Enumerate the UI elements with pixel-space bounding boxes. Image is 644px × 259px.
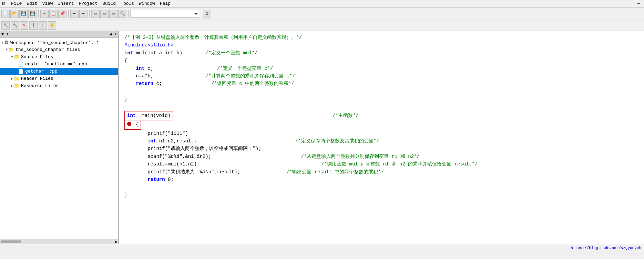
menu-file[interactable]: File <box>9 0 24 7</box>
sidebar-scrollbar[interactable]: ▶ <box>0 239 118 244</box>
file2-item[interactable]: 📄 getchar_.cpp <box>0 68 118 75</box>
scroll-right-btn[interactable]: ▶ <box>115 239 117 244</box>
source-files-label: Source Files <box>21 54 53 60</box>
save-button[interactable]: 💾 <box>19 10 28 18</box>
cut-button[interactable]: ✂ <box>40 10 49 18</box>
debug-btn1[interactable]: 🔧 <box>1 21 10 30</box>
build-btn2[interactable]: ▭ <box>100 10 109 18</box>
separator5 <box>201 10 201 18</box>
indent7 <box>124 80 136 87</box>
blog-url[interactable]: https://blog.csdn.net/szgyunych <box>571 246 641 250</box>
comment-vars: /*定义保存两个整数及其乘积的变量*/ <box>295 137 379 145</box>
code-editor[interactable]: /*【例 2-2】从键盘输入两个整数，计算其乘积（利用用户自定义函数实现）。*/… <box>119 31 644 244</box>
code-line-9b <box>124 103 638 111</box>
separator1 <box>38 10 39 18</box>
menu-help[interactable]: Help <box>158 0 173 7</box>
sidebar-header: ▼ ✗ ◀ ✗ <box>0 31 118 38</box>
paste-button[interactable]: 📌 <box>58 10 67 18</box>
expand-resource-icon: ▶ <box>11 84 13 88</box>
build-btn3[interactable]: ▭ <box>109 10 117 18</box>
workspace-label: Workspace 'the_second_chapter': 1 <box>10 40 99 45</box>
indent5 <box>124 65 136 72</box>
build-btn4[interactable]: 🔍 <box>118 10 126 18</box>
save-all-button[interactable]: 💾 <box>28 10 37 18</box>
expand-workspace-icon: ▼ <box>1 41 3 45</box>
separator4 <box>128 10 129 18</box>
menu-insert[interactable]: Insert <box>56 0 76 7</box>
menu-view[interactable]: View <box>40 0 55 7</box>
source-folder-icon: 📁 <box>14 54 20 60</box>
main-toolbar: 📄 📂 💾 💾 ✂ 📋 📌 ↩ ↪ ▭ ▭ ▭ 🔍 ⚙ <box>0 8 644 20</box>
workspace-item[interactable]: ▼ 🖥 Workspace 'the_second_chapter': 1 <box>0 39 118 46</box>
code-line-4: { <box>124 57 638 64</box>
menu-edit[interactable]: Edit <box>24 0 39 7</box>
separator3 <box>89 10 90 18</box>
code-line-5: int c; /*定义一个整型变量 c*/ <box>124 65 638 72</box>
file2-icon: 📄 <box>18 68 24 74</box>
comment-mul: /*定义一个函数 mul*/ <box>205 49 257 57</box>
debug-btn2[interactable]: 🔨 <box>11 21 19 30</box>
minimize-icon[interactable]: ─ <box>634 1 643 6</box>
undo-button[interactable]: ↩ <box>70 10 79 18</box>
result-mul: result=mul(n1,n2); <box>124 160 321 168</box>
code-line-16: result=mul(n1,n2); /*调用函数 mul 计算整数 n1 和 … <box>124 160 638 168</box>
code-line-11: { <box>124 120 638 129</box>
menu-build[interactable]: Build <box>100 0 118 7</box>
scrollbar-thumb[interactable] <box>1 240 21 243</box>
debug-toolbar: 🔧 🔨 ✕ ❗ ↓ ✋ <box>0 20 644 31</box>
indent13 <box>124 137 147 145</box>
resource-files-label: Resource Files <box>21 83 59 88</box>
scanf-call: scanf("%d%d",&n1,&n2); <box>124 153 301 160</box>
resource-files-item[interactable]: ▶ 📁 Resource Files <box>0 82 118 89</box>
brace-close-main: } <box>124 191 127 199</box>
debug-btn5[interactable]: ↓ <box>39 21 47 30</box>
sidebar-title-text: ▼ ✗ <box>1 32 9 37</box>
header-files-item[interactable]: ▶ 📁 Header Files <box>0 75 118 82</box>
menu-project[interactable]: Project <box>76 0 100 7</box>
debug-btn6[interactable]: ✋ <box>48 21 56 30</box>
breakpoint-dot <box>127 122 131 126</box>
code-line-14: printf("请输入两个整数，以空格或回车间隔："); <box>124 145 638 152</box>
file1-label: custom_function_mul.cpp <box>25 62 87 67</box>
workspace-icon: 🖥 <box>4 40 9 45</box>
copy-button[interactable]: 📋 <box>49 10 58 18</box>
brace-close-mul: } <box>124 95 127 103</box>
menu-tools[interactable]: Tools <box>119 0 136 7</box>
debug-btn3[interactable]: ✕ <box>20 21 28 30</box>
var-c: c; <box>145 65 217 72</box>
config-dropdown[interactable] <box>130 10 199 18</box>
code-line-8 <box>124 88 638 95</box>
code-line-17: printf("乘积结果为：%d\n",result); /*输出变量 resu… <box>124 168 638 176</box>
printf-1111: printf("1111") <box>124 130 188 137</box>
open-button[interactable]: 📂 <box>10 10 19 18</box>
comment-calc: /*计算两个整数的乘积并保存到变量 c*/ <box>205 72 295 80</box>
extra-btn[interactable]: ⚙ <box>203 10 211 18</box>
debug-btn4[interactable]: ❗ <box>29 21 38 30</box>
main-spaces <box>173 112 333 119</box>
comment-c: /*定义一个整型变量 c*/ <box>217 65 273 72</box>
code-content: /*【例 2-2】从键盘输入两个整数，计算其乘积（利用用户自定义函数实现）。*/… <box>124 34 638 199</box>
comment-line1: /*【例 2-2】从键盘输入两个整数，计算其乘积（利用用户自定义函数实现）。*/ <box>124 34 302 41</box>
project-item[interactable]: ▼ 📁 the_second_chapter files <box>0 46 118 53</box>
source-files-item[interactable]: ▼ 📁 Source Files <box>0 53 118 61</box>
redo-button[interactable]: ↪ <box>79 10 88 18</box>
file2-label: getchar_.cpp <box>25 69 58 74</box>
code-line-3: int mul(int a,int b) /*定义一个函数 mul*/ <box>124 49 638 57</box>
new-file-button[interactable]: 📄 <box>1 10 10 18</box>
build-btn1[interactable]: ▭ <box>91 10 100 18</box>
keyword-return-0: return <box>147 176 165 183</box>
comment-main: /*主函数*/ <box>333 112 359 119</box>
code-line-7: return c; /*返回变量 c 中的两个整数的乘积*/ <box>124 80 638 87</box>
code-line-10: int main(void) /*主函数*/ <box>124 111 638 120</box>
comment-printf-result: /*输出变量 result 中的两个整数的乘积*/ <box>286 168 384 176</box>
sidebar-content: ▼ 🖥 Workspace 'the_second_chapter': 1 ▼ … <box>0 38 118 239</box>
separator2 <box>68 10 69 18</box>
comment-return-c: /*返回变量 c 中的两个整数的乘积*/ <box>211 80 294 87</box>
printf-result: printf("乘积结果为：%d\n",result); <box>124 168 286 176</box>
resource-folder-icon: 📁 <box>14 83 20 89</box>
status-right: https://blog.csdn.net/szgyunych <box>571 246 641 250</box>
code-line-13: int n1,n2,result; /*定义保存两个整数及其乘积的变量*/ <box>124 137 638 145</box>
menu-window[interactable]: Window <box>137 0 157 7</box>
file1-item[interactable]: 📄 custom_function_mul.cpp <box>0 61 118 68</box>
app-icon: 🖥 <box>1 1 6 7</box>
